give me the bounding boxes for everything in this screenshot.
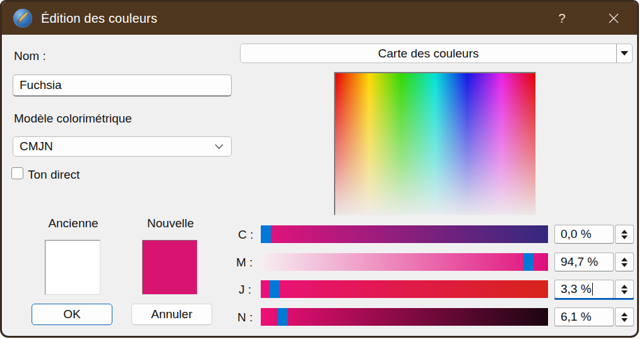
name-label: Nom :: [14, 49, 46, 63]
scribus-logo-icon: [13, 9, 32, 28]
yellow-spinner[interactable]: [615, 280, 634, 299]
magenta-spinner[interactable]: [615, 253, 634, 271]
color-map-select[interactable]: Carte des couleurs: [240, 44, 633, 63]
color-edit-dialog: Édition des couleurs ? Nom : Fuchsia Mod…: [0, 0, 639, 338]
spinner-up-icon[interactable]: [621, 258, 628, 261]
cyan-label: C :: [238, 228, 261, 242]
cyan-value: 0,0 %: [561, 227, 592, 241]
yellow-label: J :: [239, 283, 261, 297]
yellow-value: 3,3 %: [561, 282, 592, 296]
spinner-down-icon[interactable]: [621, 263, 628, 267]
black-slider-handle[interactable]: [278, 308, 288, 326]
spinner-up-icon[interactable]: [621, 230, 628, 234]
color-model-label: Modèle colorimétrique: [14, 112, 132, 126]
color-model-select[interactable]: CMJN: [13, 136, 232, 157]
black-label: N :: [237, 311, 260, 324]
focus-underline: [554, 298, 634, 300]
help-button[interactable]: ?: [547, 6, 576, 30]
new-color-swatch: [142, 240, 198, 295]
close-icon: [609, 13, 619, 23]
name-input[interactable]: Fuchsia: [13, 74, 232, 97]
new-color-label: Nouvelle: [139, 217, 202, 230]
black-slider-track[interactable]: [261, 308, 548, 326]
black-spinner[interactable]: [615, 307, 634, 326]
spinner-down-icon[interactable]: [621, 318, 628, 322]
magenta-value-field[interactable]: 94,7 %: [554, 253, 614, 271]
cyan-spinner[interactable]: [615, 225, 634, 244]
yellow-slider-track[interactable]: [261, 280, 548, 298]
cyan-value-field[interactable]: 0,0 %: [554, 225, 614, 244]
close-button[interactable]: [599, 6, 628, 30]
name-input-value: Fuchsia: [20, 78, 62, 92]
cancel-button[interactable]: Annuler: [131, 304, 212, 325]
yellow-value-field[interactable]: 3,3 %: [554, 280, 614, 299]
black-value: 6,1 %: [561, 310, 592, 324]
cyan-slider-track[interactable]: [261, 225, 548, 243]
spinner-down-icon[interactable]: [621, 235, 628, 239]
yellow-slider-handle[interactable]: [270, 280, 280, 298]
dropdown-arrow-icon: [621, 51, 628, 56]
spinner-down-icon[interactable]: [621, 290, 628, 294]
cyan-slider-handle[interactable]: [261, 225, 271, 243]
old-color-swatch: [45, 240, 100, 295]
magenta-slider-handle[interactable]: [523, 253, 534, 271]
black-value-field[interactable]: 6,1 %: [554, 307, 614, 326]
ok-button[interactable]: OK: [32, 304, 112, 325]
magenta-label: M :: [236, 256, 259, 270]
spot-color-checkbox[interactable]: [11, 167, 23, 179]
color-model-value: CMJN: [20, 140, 53, 153]
color-map-select-value: Carte des couleurs: [241, 47, 616, 61]
old-color-label: Ancienne: [42, 217, 105, 230]
text-caret: [592, 283, 593, 295]
titlebar: Édition des couleurs ?: [2, 2, 637, 35]
window-title: Édition des couleurs: [41, 11, 157, 26]
chevron-down-icon: [215, 144, 224, 150]
magenta-slider-track[interactable]: [261, 253, 548, 271]
color-map-picker[interactable]: [334, 72, 536, 215]
spinner-up-icon[interactable]: [621, 312, 628, 316]
dropdown-arrow-button[interactable]: [616, 44, 632, 62]
magenta-value: 94,7 %: [561, 255, 598, 269]
spinner-up-icon[interactable]: [621, 285, 628, 288]
spot-color-label: Ton direct: [28, 168, 80, 182]
